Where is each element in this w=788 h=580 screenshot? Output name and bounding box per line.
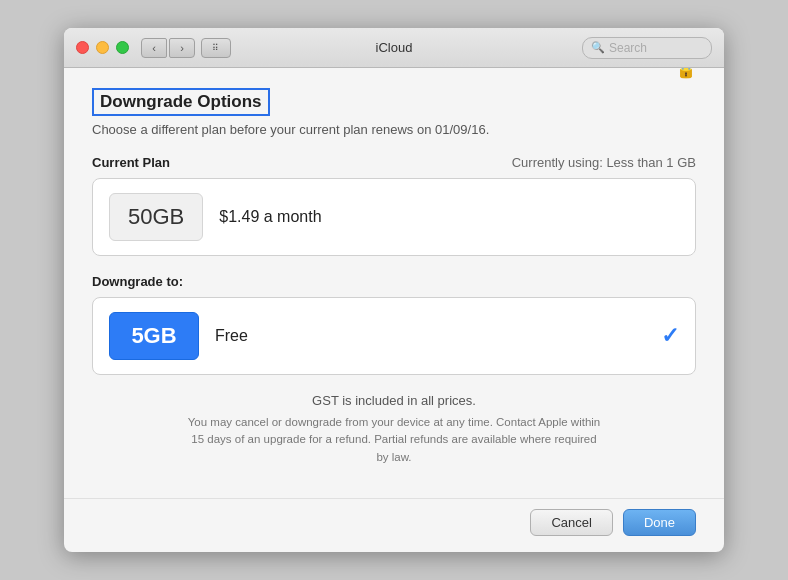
page-title: Downgrade Options <box>92 88 270 116</box>
current-plan-box: 50GB $1.49 a month <box>92 178 696 256</box>
downgrade-label: Downgrade to: <box>92 274 183 289</box>
main-window: ‹ › ⠿ iCloud 🔍 Search Downgrade Options … <box>64 28 724 552</box>
downgrade-price: Free <box>215 327 248 345</box>
search-icon: 🔍 <box>591 41 605 54</box>
content-area: Downgrade Options 🔒 Choose a different p… <box>64 68 724 498</box>
traffic-lights <box>76 41 129 54</box>
downgrade-header: Downgrade to: <box>92 274 696 289</box>
nav-buttons: ‹ › <box>141 38 195 58</box>
current-usage: Currently using: Less than 1 GB <box>512 155 696 170</box>
downgrade-plan-box[interactable]: 5GB Free ✓ <box>92 297 696 375</box>
grid-button[interactable]: ⠿ <box>201 38 231 58</box>
downgrade-section: Downgrade to: 5GB Free ✓ <box>92 274 696 375</box>
done-button[interactable]: Done <box>623 509 696 536</box>
current-plan-label: Current Plan <box>92 155 170 170</box>
search-box[interactable]: 🔍 Search <box>582 37 712 59</box>
maximize-button[interactable] <box>116 41 129 54</box>
gst-note: GST is included in all prices. <box>92 393 696 408</box>
current-storage-badge: 50GB <box>109 193 203 241</box>
back-button[interactable]: ‹ <box>141 38 167 58</box>
selected-checkmark: ✓ <box>661 323 679 349</box>
footer: Cancel Done <box>64 498 724 552</box>
minimize-button[interactable] <box>96 41 109 54</box>
window-title: iCloud <box>376 40 413 55</box>
search-placeholder: Search <box>609 41 647 55</box>
cancel-button[interactable]: Cancel <box>530 509 612 536</box>
subtitle: Choose a different plan before your curr… <box>92 122 696 137</box>
close-button[interactable] <box>76 41 89 54</box>
legal-note: You may cancel or downgrade from your de… <box>184 414 604 466</box>
titlebar: ‹ › ⠿ iCloud 🔍 Search <box>64 28 724 68</box>
downgrade-storage-badge: 5GB <box>109 312 199 360</box>
current-plan-price: $1.49 a month <box>219 208 321 226</box>
forward-button[interactable]: › <box>169 38 195 58</box>
current-plan-header: Current Plan Currently using: Less than … <box>92 155 696 170</box>
